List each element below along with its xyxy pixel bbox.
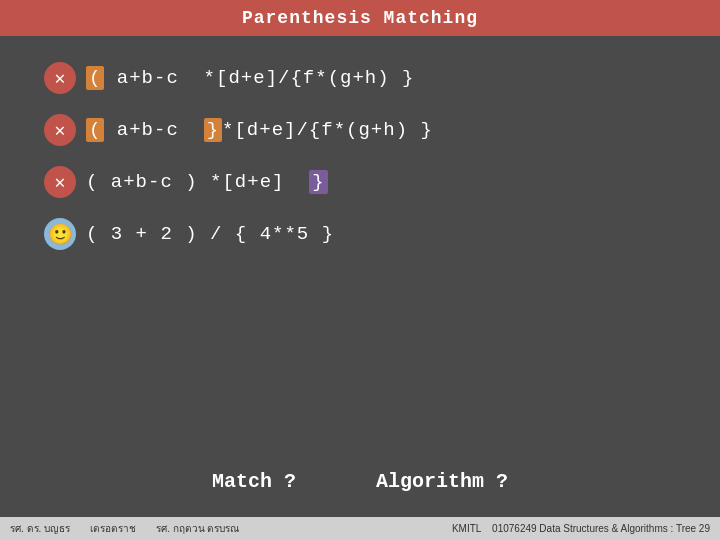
match-label: Match ? <box>212 470 296 493</box>
highlight-paren-1: ( <box>86 66 104 90</box>
expr-gparen-1: (g+h) <box>328 67 402 89</box>
icon-cell-4: 🙂 <box>40 218 80 250</box>
x-mark-icon-2: ✕ <box>44 114 76 146</box>
expr-close-1: } <box>402 67 414 89</box>
page-title: Parenthesis Matching <box>242 8 478 28</box>
footer-author1: รศ. ดร. บญธร <box>10 521 70 536</box>
footer-right: KMITL 01076249 Data Structures & Algorit… <box>452 523 710 534</box>
expr-mid-2: a+b-c <box>104 119 203 141</box>
algo-label: Algorithm ? <box>376 470 508 493</box>
x-mark-icon-1: ✕ <box>44 62 76 94</box>
highlight-open-2: ( <box>86 118 104 142</box>
footer-left: รศ. ดร. บญธร เตรอตราช รศ. กฤตวน ตรบรณ <box>10 521 239 536</box>
icon-cell-2: ✕ <box>40 114 80 146</box>
footer-course: 01076249 Data Structures & Algorithms : … <box>492 523 710 534</box>
main-container: Parenthesis Matching ✕ ( a+b-c *[d+e]/{f… <box>0 0 720 540</box>
icon-cell-1: ✕ <box>40 62 80 94</box>
expr-text-1: ( a+b-c *[d+e]/{f*(g+h) } <box>86 66 414 90</box>
expr-text-4: ( 3 + 2 ) / { 4**5 } <box>86 223 334 245</box>
expr-body-1: a+b-c *[d+e]/{f* <box>104 67 327 89</box>
expr-body-3: ( a+b-c ) *[d+e] <box>86 171 309 193</box>
footer-author2: เตรอตราช <box>90 521 136 536</box>
expression-row-1: ✕ ( a+b-c *[d+e]/{f*(g+h) } <box>40 56 680 100</box>
icon-cell-3: ✕ <box>40 166 80 198</box>
highlight-brace-3: } <box>309 170 327 194</box>
expr-text-2: ( a+b-c } *[d+e]/{f*(g+h) } <box>86 118 433 142</box>
expr-end-2: *[d+e]/{f*(g+h) } <box>222 119 433 141</box>
title-bar: Parenthesis Matching <box>0 0 720 36</box>
footer-institute: KMITL <box>452 523 481 534</box>
smiley-icon-4: 🙂 <box>44 218 76 250</box>
expr-text-3: ( a+b-c ) *[d+e] } <box>86 170 328 194</box>
x-mark-icon-3: ✕ <box>44 166 76 198</box>
expression-row-2: ✕ ( a+b-c } *[d+e]/{f*(g+h) } <box>40 108 680 152</box>
highlight-close-2: } <box>204 118 222 142</box>
bottom-section: Match ? Algorithm ? <box>0 456 720 517</box>
expression-row-4: 🙂 ( 3 + 2 ) / { 4**5 } <box>40 212 680 256</box>
expression-row-3: ✕ ( a+b-c ) *[d+e] } <box>40 160 680 204</box>
footer-bar: รศ. ดร. บญธร เตรอตราช รศ. กฤตวน ตรบรณ KM… <box>0 517 720 540</box>
content-area: ✕ ( a+b-c *[d+e]/{f*(g+h) } ✕ ( a+b-c } … <box>0 36 720 456</box>
footer-author3: รศ. กฤตวน ตรบรณ <box>156 521 239 536</box>
match-algo-row: Match ? Algorithm ? <box>40 460 680 503</box>
expr-body-4: ( 3 + 2 ) / { 4**5 } <box>86 223 334 245</box>
